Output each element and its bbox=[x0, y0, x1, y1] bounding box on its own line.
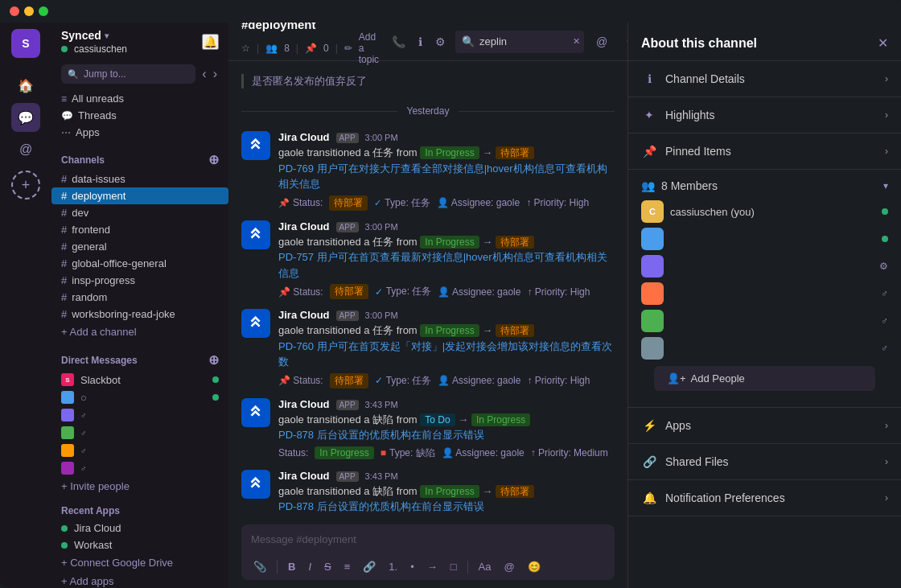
pinned-items-row[interactable]: 📌 Pinned Items › bbox=[628, 134, 901, 169]
add-channel-icon[interactable]: ⊕ bbox=[208, 152, 219, 167]
dm-user-1[interactable]: ○ bbox=[51, 389, 228, 406]
channel-frontend[interactable]: #frontend bbox=[51, 221, 228, 238]
apps-panel-row[interactable]: ⚡ Apps › bbox=[628, 408, 901, 443]
member-item-cassiuschen[interactable]: C cassiuschen (you) bbox=[641, 200, 888, 223]
mention-header-icon[interactable]: @ bbox=[590, 31, 613, 53]
workspace-icon[interactable]: S bbox=[11, 29, 40, 58]
add-channel-link[interactable]: + Add a channel bbox=[51, 323, 228, 341]
pin-panel-icon: 📌 bbox=[641, 143, 657, 159]
strike-button[interactable]: S bbox=[320, 558, 335, 575]
channel-general[interactable]: #general bbox=[51, 238, 228, 255]
block-button[interactable]: □ bbox=[446, 558, 461, 575]
apps-panel-icon: ⚡ bbox=[641, 417, 657, 434]
msg-meta-2: 📌 Status: 待部署 ✓ Type: 任务 👤 Assignee: gao… bbox=[278, 284, 615, 299]
panel-close-button[interactable]: ✕ bbox=[878, 35, 888, 51]
member-item-3[interactable]: ⚙ bbox=[641, 255, 888, 278]
search-icon: 🔍 bbox=[68, 69, 79, 80]
close-button[interactable] bbox=[10, 6, 19, 16]
link-button[interactable]: 🔗 bbox=[359, 558, 380, 575]
toolbar-divider-2 bbox=[467, 561, 468, 574]
text-format-icon[interactable]: Aa bbox=[475, 558, 496, 575]
maximize-button[interactable] bbox=[39, 6, 48, 16]
search-input[interactable] bbox=[479, 35, 568, 47]
bold-button[interactable]: B bbox=[284, 558, 299, 575]
unordered-list-button[interactable]: • bbox=[406, 558, 418, 575]
highlights-chevron-icon: › bbox=[885, 109, 888, 121]
notification-prefs-icon: 🔔 bbox=[641, 490, 657, 506]
minimize-button[interactable] bbox=[24, 6, 34, 16]
list-button[interactable]: ≡ bbox=[340, 558, 355, 575]
channel-data-issues[interactable]: #data-issues bbox=[51, 171, 228, 187]
dm-user-4[interactable]: ♂ bbox=[51, 442, 228, 459]
ordered-list-button[interactable]: 1. bbox=[385, 558, 401, 575]
chat-icon[interactable]: 💬 bbox=[11, 103, 40, 132]
msg-text-5: gaole transitioned a 缺陷 from In Progress… bbox=[278, 483, 615, 515]
app-workast[interactable]: Workast bbox=[51, 537, 228, 553]
star-icon[interactable]: ☆ bbox=[241, 43, 250, 54]
channel-random[interactable]: #random bbox=[51, 289, 228, 306]
msg-text-4: gaole transitioned a 缺陷 from To Do → In … bbox=[278, 412, 615, 443]
workspace-chevron-icon: ▾ bbox=[105, 31, 109, 40]
notifications-bell-icon[interactable]: 🔔 bbox=[202, 34, 219, 50]
connect-google-drive-link[interactable]: + Connect Google Drive bbox=[51, 553, 228, 572]
dm-user1-status-icon bbox=[212, 394, 219, 401]
indent-button[interactable]: → bbox=[423, 558, 442, 575]
sidebar-item-apps-nav[interactable]: ⋯ Apps bbox=[51, 124, 228, 141]
invite-people-link[interactable]: + Invite people bbox=[51, 477, 228, 495]
settings-icon[interactable]: ⚙ bbox=[432, 32, 449, 51]
dm-slackbot[interactable]: S Slackbot bbox=[51, 371, 228, 389]
add-workspace-icon[interactable]: + bbox=[11, 171, 40, 199]
sidebar-item-threads[interactable]: 💬 Threads bbox=[51, 107, 228, 124]
member-item-6[interactable]: ♂ bbox=[641, 337, 888, 360]
member-item-2[interactable] bbox=[641, 228, 888, 250]
attach-icon[interactable]: 📎 bbox=[249, 558, 270, 575]
members-panel-icon: 👥 bbox=[641, 179, 655, 192]
msg-header-2: Jira Cloud APP 3:00 PM bbox=[278, 220, 615, 232]
channel-deployment[interactable]: #deployment bbox=[51, 187, 228, 204]
add-dm-icon[interactable]: ⊕ bbox=[208, 352, 219, 368]
main-content: #deployment ☆ | 👥 8 | 📌 0 | ✏ Add a topi… bbox=[228, 23, 627, 588]
italic-button[interactable]: I bbox=[304, 558, 315, 575]
dm-user-5[interactable]: ♂ bbox=[51, 459, 228, 477]
sidebar-item-all-unreads[interactable]: ≡ All unreads bbox=[51, 90, 228, 107]
channels-section-header: Channels ⊕ bbox=[51, 141, 228, 171]
channel-dev[interactable]: #dev bbox=[51, 204, 228, 221]
dm-section-header: Direct Messages ⊕ bbox=[51, 341, 228, 371]
member-item-4[interactable]: ♂ bbox=[641, 282, 888, 305]
emoji-icon[interactable]: 😊 bbox=[524, 558, 545, 575]
workast-status-icon bbox=[61, 542, 68, 549]
mention-toolbar-icon[interactable]: @ bbox=[500, 558, 518, 575]
nav-back-icon[interactable]: ‹ bbox=[200, 65, 208, 83]
search-clear-icon[interactable]: ✕ bbox=[573, 36, 580, 47]
jump-input[interactable]: 🔍 Jump to... bbox=[61, 64, 195, 84]
title-bar bbox=[0, 0, 901, 23]
member-6-badge: ♂ bbox=[881, 343, 888, 354]
online-status-icon bbox=[61, 46, 68, 52]
workspace-name-button[interactable]: Synced ▾ bbox=[61, 29, 127, 42]
app-window: S 🏠 💬 @ + Synced ▾ cassiuschen bbox=[0, 0, 901, 588]
message-input-placeholder[interactable]: Message #deployment bbox=[241, 524, 615, 553]
member-item-5[interactable]: ♂ bbox=[641, 310, 888, 332]
dm-user-2[interactable]: ♂ bbox=[51, 406, 228, 424]
highlights-row[interactable]: ✦ Highlights › bbox=[628, 97, 901, 133]
info-icon[interactable]: ℹ bbox=[415, 32, 426, 51]
home-icon[interactable]: 🏠 bbox=[11, 71, 40, 100]
dm-user-3[interactable]: ♂ bbox=[51, 424, 228, 442]
shared-files-row[interactable]: 🔗 Shared Files › bbox=[628, 444, 901, 479]
members-header[interactable]: 👥 8 Members ▾ bbox=[641, 179, 888, 192]
notification-prefs-row[interactable]: 🔔 Notification Preferences › bbox=[628, 480, 901, 516]
star-header-icon[interactable]: ☆ bbox=[619, 31, 627, 53]
member-list: C cassiuschen (you) ⚙ bbox=[641, 200, 888, 360]
channel-worksboring-read-joke[interactable]: #worksboring-read-joke bbox=[51, 306, 228, 323]
channel-global-office-general[interactable]: #global-office-general bbox=[51, 255, 228, 272]
add-apps-link[interactable]: + Add apps bbox=[51, 572, 228, 588]
channel-insp-progress[interactable]: #insp-progress bbox=[51, 272, 228, 289]
dm-user4-avatar bbox=[61, 444, 74, 457]
app-jira-cloud[interactable]: Jira Cloud bbox=[51, 520, 228, 537]
call-icon[interactable]: 📞 bbox=[389, 32, 409, 51]
add-people-button[interactable]: 👤+ Add People bbox=[654, 366, 875, 391]
nav-forward-icon[interactable]: › bbox=[212, 65, 219, 83]
mention-icon[interactable]: @ bbox=[11, 135, 40, 164]
message-group-3: Jira Cloud APP 3:00 PM gaole transitione… bbox=[228, 304, 627, 393]
channel-details-row[interactable]: ℹ Channel Details › bbox=[628, 61, 901, 97]
